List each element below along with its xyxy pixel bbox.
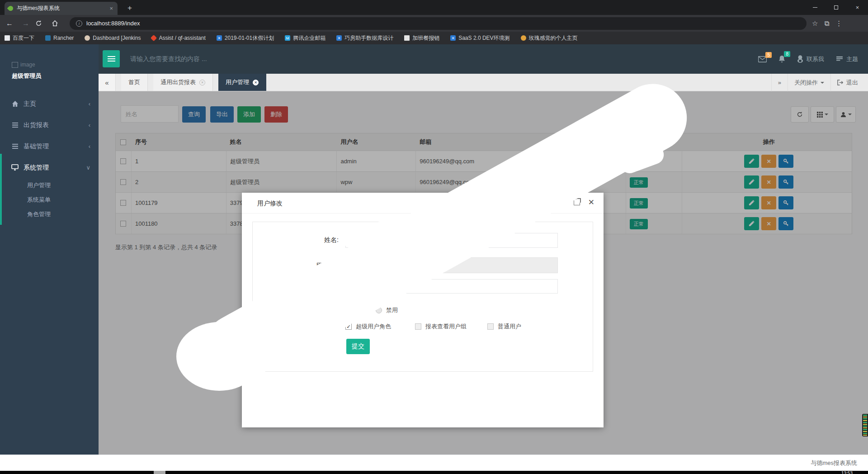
forward-icon[interactable]: → (19, 19, 33, 28)
back-icon[interactable]: ← (3, 19, 16, 28)
role-checkbox-report-viewer[interactable] (415, 323, 421, 330)
edit-row-button[interactable] (744, 155, 759, 168)
mail-icon: M (285, 35, 290, 41)
query-button[interactable]: 查询 (182, 106, 206, 123)
tab-home[interactable]: 首页 (121, 74, 148, 91)
bookmark-item[interactable]: Dashboard [Jenkins (85, 35, 141, 41)
status-badge: 正常 (630, 198, 648, 209)
scroll-tabs-right-button[interactable]: » (771, 74, 788, 91)
bookmark-item[interactable]: Rancher (45, 35, 74, 41)
close-tab-icon[interactable]: ✕ (253, 80, 259, 85)
theme-button[interactable]: 主题 (836, 55, 858, 63)
notifications-button[interactable]: 8 (778, 55, 785, 63)
columns-button[interactable] (811, 106, 834, 123)
bookmark-item[interactable]: ✕巧房助手数据库设计 (336, 34, 393, 42)
extensions-icon[interactable]: ⧉ (824, 19, 829, 28)
row-checkbox[interactable] (116, 172, 132, 192)
browser-menu-icon[interactable]: ⋮ (835, 19, 842, 28)
bookmark-item[interactable]: M腾讯企业邮箱 (285, 34, 326, 42)
user-name: 超级管理员 (12, 72, 99, 80)
refresh-button[interactable] (791, 106, 809, 123)
sidebar-item-basic-management[interactable]: 基础管理 ‹ (0, 136, 99, 157)
reset-password-button[interactable] (778, 155, 793, 168)
chevron-left-icon: ‹ (89, 100, 90, 107)
home-icon[interactable] (52, 20, 65, 27)
close-operations-dropdown[interactable]: 关闭操作 (788, 74, 830, 91)
reset-password-button[interactable] (778, 196, 793, 209)
bookmark-item[interactable]: 百度一下 (5, 34, 34, 42)
name-filter-input[interactable] (121, 105, 179, 123)
reset-password-button[interactable] (778, 175, 793, 189)
sidebar-item-shipping-reports[interactable]: 出货报表 ‹ (0, 114, 99, 136)
contact-button[interactable]: 联系我 (797, 55, 824, 63)
disable-row-button[interactable]: ✕ (761, 217, 776, 230)
disable-row-button[interactable]: ✕ (761, 175, 776, 189)
bookmark-item[interactable]: 玫瑰感觉的个人主页 (521, 34, 578, 42)
sidebar-profile: image 超级管理员 (0, 44, 99, 80)
new-tab-button[interactable]: + (124, 2, 136, 15)
notifications-badge: 8 (784, 51, 790, 57)
bookmark-item[interactable]: ✕2019-01-01休假计划 (217, 34, 274, 42)
messages-button[interactable]: 5 (758, 56, 767, 62)
profile-icon (521, 35, 526, 41)
reset-password-button[interactable] (778, 217, 793, 230)
sidebar-item-role-management[interactable]: 角色管理 (0, 207, 99, 222)
home-icon (11, 100, 19, 108)
delete-button[interactable]: 删除 (264, 106, 288, 123)
export-button[interactable]: 导出 (210, 106, 234, 123)
row-checkbox[interactable] (116, 151, 132, 171)
maximize-button[interactable] (826, 0, 847, 15)
global-search-input[interactable] (130, 52, 320, 66)
rancher-icon (45, 35, 51, 41)
sidebar-item-system-menu[interactable]: 系统菜单 (0, 193, 99, 207)
select-all-checkbox[interactable] (116, 133, 132, 151)
role-checkbox-normal[interactable] (487, 323, 494, 330)
site-info-icon[interactable]: i (76, 20, 82, 27)
tab-shipping-report[interactable]: 通用出货报表 ✕ (153, 74, 213, 91)
tab-user-management[interactable]: 用户管理 ✕ (218, 74, 266, 91)
edit-row-button[interactable] (744, 217, 759, 230)
app-header: 5 8 联系我 主题 (99, 44, 868, 74)
disable-row-button[interactable]: ✕ (761, 155, 776, 168)
user-export-button[interactable] (836, 106, 856, 123)
submit-button[interactable]: 提交 (346, 339, 370, 354)
doc-icon: ✕ (450, 35, 456, 41)
edit-row-button[interactable] (744, 196, 759, 209)
close-tab-icon[interactable]: ✕ (199, 80, 205, 85)
monitor-icon (11, 164, 19, 171)
chevron-left-icon: ‹ (89, 122, 90, 128)
tab-close-icon[interactable]: × (108, 5, 114, 12)
status-badge: 正常 (630, 177, 648, 188)
close-window-button[interactable]: × (847, 0, 868, 15)
browser-tab[interactable]: 与德mes报表系统 × (5, 2, 118, 15)
bookmark-star-icon[interactable]: ☆ (812, 19, 818, 28)
menu-toggle-button[interactable] (103, 50, 120, 67)
url-bar[interactable]: i localhost:8889/index (70, 17, 807, 30)
qq-icon (797, 55, 803, 63)
sidebar-item-user-management[interactable]: 用户管理 (0, 178, 99, 193)
sidebar-item-home[interactable]: 主页 ‹ (0, 93, 99, 114)
close-modal-icon[interactable]: ✕ (588, 198, 594, 207)
add-button[interactable]: 添加 (237, 106, 261, 123)
bookmark-item[interactable]: 加班餐报销 (404, 34, 439, 42)
address-bar-actions: ☆ ⧉ ⋮ (812, 19, 842, 28)
minimize-button[interactable] (804, 0, 826, 15)
scroll-tabs-left-button[interactable]: « (99, 74, 116, 91)
record-summary: 显示第 1 到第 4 条记录，总共 4 条记录 (115, 243, 217, 251)
edge-widget[interactable] (862, 414, 868, 436)
row-checkbox[interactable] (116, 213, 132, 234)
sidebar-menu: 主页 ‹ 出货报表 ‹ 基础管理 ‹ 系统管理 (0, 93, 99, 222)
disable-row-button[interactable]: ✕ (761, 196, 776, 209)
url-text: localhost:8889/index (86, 20, 140, 27)
logout-button[interactable]: 退出 (830, 74, 864, 91)
col-email: 邮箱 (416, 133, 538, 151)
avatar: image (12, 62, 99, 68)
gitlab-icon (151, 35, 157, 41)
sidebar-item-system-management[interactable]: 系统管理 ∨ (0, 157, 99, 178)
reload-icon[interactable] (35, 20, 49, 27)
row-checkbox[interactable] (116, 193, 132, 213)
bookmark-item[interactable]: ✕SaaS 2.0 DEV环境测 (450, 34, 509, 42)
spring-leaf-icon (7, 5, 14, 12)
edit-row-button[interactable] (744, 175, 759, 189)
bookmark-item[interactable]: Assist / qf-assistant (151, 35, 205, 41)
